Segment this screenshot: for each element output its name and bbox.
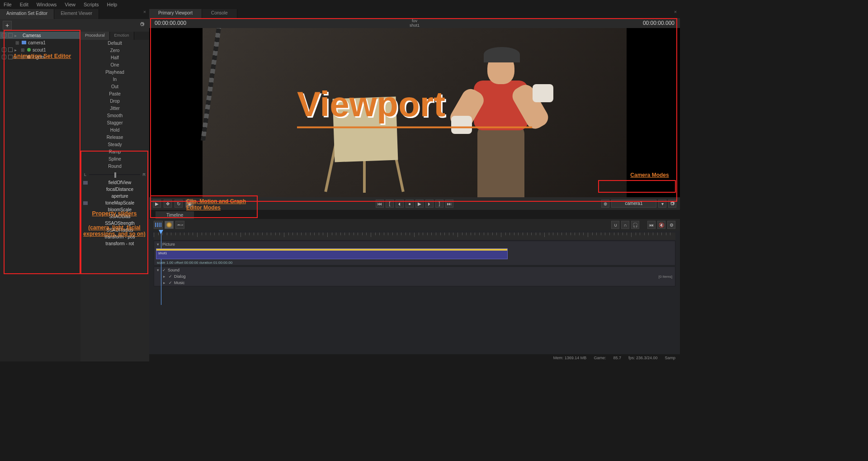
- expand-icon[interactable]: ▸: [14, 55, 19, 60]
- preset-item[interactable]: Default: [80, 40, 149, 47]
- slider-thumb[interactable]: [114, 172, 116, 178]
- clip-editor-mode-button[interactable]: [154, 221, 163, 229]
- collapse-icon[interactable]: ▾: [157, 268, 160, 272]
- property-slider[interactable]: transform - rot: [80, 240, 149, 247]
- camera-dropdown-icon[interactable]: ▾: [658, 200, 666, 208]
- expand-icon[interactable]: ▸: [14, 48, 19, 52]
- preset-item[interactable]: Steady: [80, 141, 149, 148]
- expand-icon[interactable]: ⊞: [21, 48, 25, 52]
- prev-frame-button[interactable]: ⏴: [396, 200, 404, 208]
- track-sound[interactable]: ▾✓Sound ▸✓Dialog[0 items] ▸✓Music: [154, 266, 675, 286]
- play-button[interactable]: ▶: [415, 200, 424, 208]
- tab-element-viewer[interactable]: Element Viewer: [54, 9, 99, 19]
- property-slider[interactable]: transform - pos: [80, 233, 149, 240]
- tab-emotion[interactable]: Emotion: [110, 32, 134, 40]
- tl-mute-button[interactable]: 🔇: [657, 221, 665, 229]
- expand-icon[interactable]: ⊞: [15, 40, 20, 45]
- collapse-icon[interactable]: ▸: [163, 274, 167, 279]
- property-slider[interactable]: SSAOStrength: [80, 220, 149, 227]
- preset-item[interactable]: Release: [80, 134, 149, 141]
- tree-item-cameras[interactable]: ▸ Cameras: [0, 32, 80, 39]
- camera-select[interactable]: camera1: [611, 200, 656, 208]
- property-slider[interactable]: fieldOfView: [80, 179, 149, 186]
- timeline-ruler[interactable]: [154, 233, 675, 240]
- preset-item[interactable]: One: [80, 62, 149, 69]
- tab-procedural[interactable]: Procedural: [80, 32, 110, 40]
- tab-console[interactable]: Console: [202, 9, 237, 18]
- tl-prev-button[interactable]: ⏮: [647, 221, 656, 229]
- close-icon[interactable]: ×: [671, 9, 680, 18]
- select-tool-button[interactable]: ▶: [153, 200, 161, 208]
- rewind-button[interactable]: ⏮: [376, 200, 384, 208]
- lr-slider[interactable]: L R: [80, 170, 149, 179]
- property-slider[interactable]: toneMapScale: [80, 200, 149, 206]
- timeline-body[interactable]: ▾Picture shot1 scale 1.00 offset 00:00:0…: [149, 231, 680, 354]
- preset-item[interactable]: Hold: [80, 127, 149, 134]
- next-frame-button[interactable]: ⏵: [425, 200, 434, 208]
- menu-view[interactable]: View: [65, 2, 75, 7]
- add-button[interactable]: +: [3, 21, 12, 30]
- visibility-icon[interactable]: [2, 48, 6, 52]
- headphones-icon[interactable]: 🎧: [631, 221, 639, 229]
- gear-icon[interactable]: [137, 21, 146, 30]
- tree-item-lights[interactable]: ▸ ⊞ Lights: [0, 53, 80, 61]
- bracket-end-button[interactable]: ]: [435, 200, 443, 208]
- preset-item[interactable]: Drop: [80, 98, 149, 105]
- fast-forward-button[interactable]: ⏭: [445, 200, 453, 208]
- scene-tree: ▸ Cameras ⊞ camera1 ▸ ⊞ scout1: [0, 32, 80, 361]
- rotate-tool-button[interactable]: ↻: [175, 200, 183, 208]
- property-slider[interactable]: aperture: [80, 193, 149, 200]
- collapse-icon[interactable]: ▾: [157, 242, 160, 247]
- select-icon[interactable]: [8, 48, 13, 52]
- tl-settings-button[interactable]: ⚙: [667, 221, 675, 229]
- preset-item[interactable]: Round: [80, 163, 149, 170]
- preset-item[interactable]: Playhead: [80, 69, 149, 76]
- preset-item[interactable]: Stagger: [80, 119, 149, 127]
- tab-animation-set-editor[interactable]: Animation Set Editor: [0, 9, 54, 19]
- menu-edit[interactable]: Edit: [20, 2, 28, 7]
- preset-item[interactable]: Ramp: [80, 148, 149, 156]
- preset-item[interactable]: Spline: [80, 156, 149, 163]
- orbit-tool-button[interactable]: ◉: [185, 200, 193, 208]
- snap-frame-button[interactable]: ∩: [621, 221, 629, 229]
- menu-scripts[interactable]: Scripts: [84, 2, 99, 7]
- menu-windows[interactable]: Windows: [37, 2, 57, 7]
- tab-primary-viewport[interactable]: Primary Viewport: [149, 9, 202, 18]
- property-slider[interactable]: SSAOBias: [80, 213, 149, 220]
- menu-file[interactable]: File: [4, 2, 12, 7]
- preset-item[interactable]: Zero: [80, 47, 149, 54]
- collapse-icon[interactable]: ▸: [163, 280, 167, 285]
- playhead[interactable]: [161, 233, 161, 305]
- preset-item[interactable]: Paste: [80, 90, 149, 98]
- visibility-icon[interactable]: [2, 33, 6, 38]
- preset-item[interactable]: Smooth: [80, 112, 149, 119]
- property-slider[interactable]: bloomScale: [80, 206, 149, 213]
- property-slider[interactable]: focalDistance: [80, 186, 149, 193]
- record-button[interactable]: ●: [406, 200, 414, 208]
- motion-editor-mode-button[interactable]: [165, 221, 174, 229]
- property-slider[interactable]: SSAORadius: [80, 227, 149, 233]
- preset-item[interactable]: Out: [80, 83, 149, 90]
- timeline-tabs: Timeline: [149, 210, 680, 219]
- tab-timeline[interactable]: Timeline: [156, 211, 194, 219]
- move-tool-button[interactable]: ✥: [164, 200, 172, 208]
- camera-mode-icon[interactable]: ⊕: [601, 200, 609, 208]
- viewport-3d[interactable]: Viewport: [149, 28, 680, 197]
- preset-item[interactable]: In: [80, 76, 149, 83]
- preset-item[interactable]: Jitter: [80, 105, 149, 112]
- viewport-settings-button[interactable]: [668, 200, 676, 208]
- tree-item-scout1[interactable]: ▸ ⊞ scout1: [0, 46, 80, 53]
- snap-magnet-button[interactable]: ∪: [611, 221, 619, 229]
- select-icon[interactable]: [8, 55, 13, 59]
- preset-item[interactable]: Half: [80, 54, 149, 62]
- graph-editor-mode-button[interactable]: [175, 221, 184, 229]
- visibility-icon[interactable]: [2, 55, 6, 59]
- bracket-start-button[interactable]: [: [386, 200, 394, 208]
- menu-help[interactable]: Help: [107, 2, 118, 7]
- expand-icon[interactable]: ⊞: [21, 55, 25, 60]
- track-picture[interactable]: ▾Picture shot1 scale 1.00 offset 00:00:0…: [154, 241, 675, 266]
- tree-item-camera1[interactable]: ⊞ camera1: [0, 39, 80, 46]
- close-icon[interactable]: ×: [140, 9, 149, 19]
- select-icon[interactable]: [8, 33, 13, 38]
- expand-icon[interactable]: ▸: [14, 33, 19, 38]
